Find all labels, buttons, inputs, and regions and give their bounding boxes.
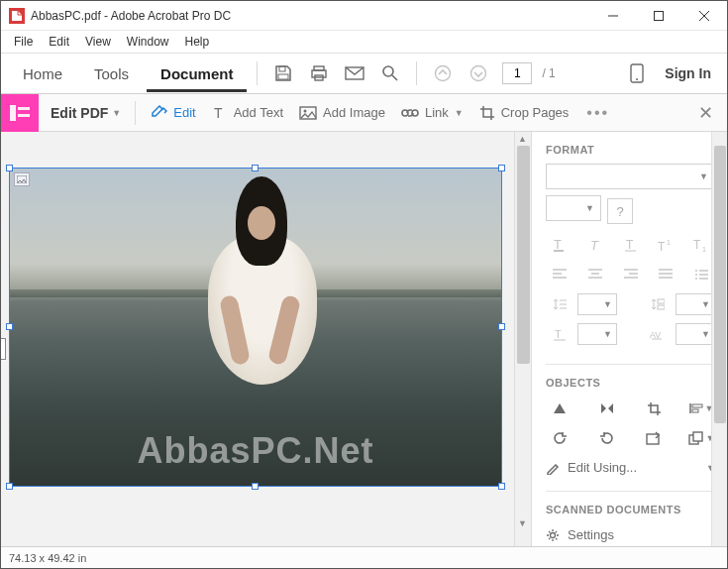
rotate-ccw-icon[interactable]	[546, 426, 573, 450]
document-canvas[interactable]: AbbasPC.Net	[1, 132, 514, 546]
mail-icon[interactable]	[339, 57, 370, 89]
align-justify-icon[interactable]	[652, 263, 679, 286]
resize-handle[interactable]	[498, 323, 505, 330]
edit-button[interactable]: Edit	[144, 101, 203, 125]
settings-button[interactable]: Settings	[546, 523, 715, 546]
resize-handle[interactable]	[6, 483, 13, 490]
status-bar: 74.13 x 49.42 in	[1, 546, 727, 568]
resize-handle[interactable]	[498, 483, 505, 490]
paragraph-spacing-select[interactable]: ▼	[676, 293, 715, 315]
search-icon[interactable]	[374, 57, 406, 89]
underline-icon[interactable]: T	[617, 233, 645, 257]
resize-handle[interactable]	[6, 165, 13, 171]
svg-point-14	[471, 66, 486, 81]
objects-heading: OBJECTS	[546, 377, 715, 389]
page-number-input[interactable]	[502, 62, 532, 84]
edit-using-menu[interactable]: Edit Using... ▼	[546, 456, 715, 479]
sign-in-button[interactable]: Sign In	[657, 61, 719, 85]
resize-handle[interactable]	[498, 165, 505, 171]
ruler-handle-left[interactable]	[1, 338, 6, 360]
crop-icon[interactable]	[640, 397, 668, 420]
tab-document[interactable]: Document	[147, 56, 247, 92]
print-icon[interactable]	[303, 57, 335, 89]
svg-text:T: T	[214, 105, 223, 121]
resize-handle[interactable]	[252, 165, 259, 171]
svg-rect-6	[278, 74, 288, 79]
add-text-button[interactable]: T Add Text	[204, 101, 291, 125]
crop-pages-button[interactable]: Crop Pages	[471, 101, 577, 125]
page-up-icon[interactable]	[427, 57, 459, 89]
superscript-icon[interactable]: T1	[652, 233, 679, 257]
rotate-cw-icon[interactable]	[593, 426, 621, 450]
svg-point-49	[695, 274, 697, 276]
photo-content: AbbasPC.Net	[10, 169, 501, 486]
paragraph-spacing-icon	[644, 292, 672, 316]
save-icon[interactable]	[267, 57, 299, 89]
separator	[257, 61, 258, 85]
svg-text:T: T	[555, 328, 562, 340]
menu-window[interactable]: Window	[120, 33, 176, 51]
link-button[interactable]: Link ▼	[393, 101, 471, 124]
scroll-down-icon[interactable]: ▼	[518, 518, 527, 528]
flip-horizontal-icon[interactable]	[593, 397, 621, 420]
menu-edit[interactable]: Edit	[42, 33, 76, 51]
dimensions-readout: 74.13 x 49.42 in	[9, 552, 86, 564]
svg-rect-18	[18, 107, 30, 110]
font-size-select[interactable]: ▼	[546, 195, 601, 221]
panel-scrollbar[interactable]	[711, 132, 727, 546]
flip-vertical-icon[interactable]	[546, 397, 573, 420]
horizontal-scale-icon: T	[546, 322, 573, 346]
title-bar: AbbasPC.pdf - Adobe Acrobat Pro DC	[1, 1, 727, 31]
edit-pdf-label: Edit PDF	[51, 105, 108, 121]
edit-pdf-menu[interactable]: Edit PDF▼	[39, 105, 127, 121]
image-badge-icon	[14, 172, 30, 186]
add-image-button[interactable]: Add Image	[291, 101, 393, 124]
main-tab-bar: Home Tools Document / 1 Sign In	[1, 53, 727, 94]
mobile-icon[interactable]	[621, 57, 653, 89]
resize-handle[interactable]	[252, 483, 259, 490]
menu-help[interactable]: Help	[178, 33, 217, 51]
svg-rect-8	[312, 70, 326, 77]
maximize-button[interactable]	[636, 1, 681, 31]
horizontal-scale-select[interactable]: ▼	[577, 323, 617, 345]
resize-handle[interactable]	[6, 323, 13, 330]
svg-rect-17	[10, 105, 16, 121]
replace-image-icon[interactable]	[640, 426, 668, 450]
selected-image[interactable]: AbbasPC.Net	[9, 168, 502, 487]
menu-view[interactable]: View	[78, 33, 118, 51]
close-toolbar-icon[interactable]: ✕	[684, 102, 727, 124]
menu-bar: File Edit View Window Help	[1, 31, 727, 53]
scroll-up-icon[interactable]: ▲	[518, 134, 527, 144]
svg-point-11	[383, 66, 393, 76]
italic-icon[interactable]: T	[581, 233, 609, 257]
page-down-icon[interactable]	[463, 57, 494, 89]
link-label: Link	[425, 105, 449, 120]
app-icon	[9, 8, 25, 24]
close-button[interactable]	[681, 1, 727, 31]
tab-home[interactable]: Home	[9, 56, 76, 92]
align-right-icon[interactable]	[617, 263, 645, 286]
font-family-select[interactable]: ▼	[546, 164, 715, 189]
help-button[interactable]: ?	[607, 198, 633, 224]
scrollbar-thumb[interactable]	[517, 146, 530, 364]
character-spacing-select[interactable]: ▼	[676, 323, 715, 345]
svg-text:T: T	[590, 238, 599, 252]
line-spacing-select[interactable]: ▼	[577, 293, 617, 315]
svg-point-22	[304, 109, 307, 112]
format-heading: FORMAT	[546, 144, 715, 156]
svg-rect-64	[647, 434, 659, 444]
canvas-scrollbar[interactable]: ▲ ▼	[514, 132, 531, 546]
more-options-icon[interactable]: •••	[576, 100, 619, 126]
tab-tools[interactable]: Tools	[80, 56, 143, 92]
svg-rect-2	[655, 12, 664, 21]
menu-file[interactable]: File	[7, 33, 40, 51]
align-center-icon[interactable]	[581, 263, 609, 286]
sidebar-toggle-icon[interactable]	[1, 94, 39, 132]
add-image-label: Add Image	[323, 105, 385, 120]
minimize-button[interactable]	[590, 1, 636, 31]
gear-icon	[546, 528, 560, 542]
text-color-icon[interactable]: T	[546, 233, 573, 257]
align-left-icon[interactable]	[546, 263, 573, 286]
scrollbar-thumb[interactable]	[714, 146, 726, 423]
edit-using-label: Edit Using...	[568, 460, 637, 475]
